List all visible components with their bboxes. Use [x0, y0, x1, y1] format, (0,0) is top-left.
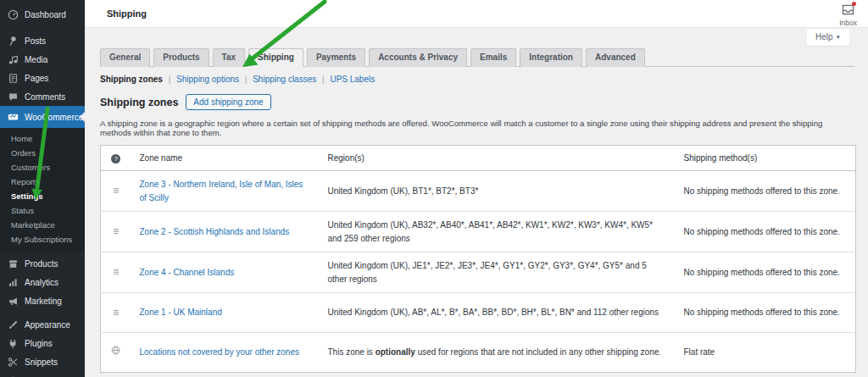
help-dropdown[interactable]: Help▼: [807, 29, 849, 46]
pages-icon: [8, 73, 19, 84]
tab-general[interactable]: General: [100, 48, 150, 67]
submenu-item-customers[interactable]: Customers: [0, 160, 85, 175]
pin-icon: [8, 36, 19, 47]
inbox-button[interactable]: Inbox: [839, 3, 857, 27]
topbar: Shipping Inbox: [85, 0, 868, 28]
drag-handle-icon[interactable]: ≡: [113, 185, 119, 197]
drag-handle-icon[interactable]: ≡: [113, 225, 119, 237]
drag-handle-icon[interactable]: ≡: [113, 266, 119, 278]
chevron-down-icon: ▼: [836, 34, 841, 40]
sidebar-item-posts[interactable]: Posts: [0, 31, 85, 50]
tab-shipping[interactable]: Shipping: [248, 48, 303, 67]
subnav-ups-labels[interactable]: UPS Labels: [330, 75, 375, 84]
sidebar-item-users[interactable]: Users: [0, 371, 85, 377]
table-row: ≡ Zone 2 - Scottish Highlands and Island…: [101, 212, 856, 252]
sidebar-item-plugins[interactable]: Plugins: [0, 334, 85, 352]
column-header-regions: Region(s): [320, 146, 676, 171]
tab-tax[interactable]: Tax: [213, 48, 246, 67]
submenu-item-marketplace[interactable]: Marketplace: [0, 218, 85, 232]
drag-handle-icon[interactable]: ≡: [113, 307, 119, 319]
shipping-zones-description: A shipping zone is a geographic region w…: [100, 119, 854, 137]
submenu-item-settings[interactable]: Settings: [0, 189, 85, 203]
tab-integration[interactable]: Integration: [520, 48, 582, 67]
zone-link-zone-4[interactable]: Zone 4 - Channel Islands: [140, 268, 235, 277]
sidebar-item-label: Analytics: [25, 278, 58, 287]
comments-icon: [8, 91, 19, 103]
tab-advanced[interactable]: Advanced: [586, 48, 645, 67]
subnav-separator: |: [322, 75, 325, 84]
sidebar-item-products[interactable]: Products: [0, 254, 85, 273]
sidebar-item-label: Dashboard: [25, 10, 66, 19]
help-tip-icon[interactable]: ?: [111, 154, 120, 164]
zone-regions: United Kingdom (UK), JE1*, JE2*, JE3*, J…: [320, 252, 676, 293]
shipping-zones-heading: Shipping zones: [100, 97, 178, 108]
help-label: Help: [815, 32, 833, 42]
zone-link-zone-3[interactable]: Zone 3 - Northern Ireland, Isle of Man, …: [140, 180, 303, 202]
sidebar-item-label: Snippets: [25, 358, 58, 367]
zone-methods: No shipping methods offered to this zone…: [676, 171, 856, 212]
zone-link-zone-1[interactable]: Zone 1 - UK Mainland: [140, 308, 222, 317]
inbox-label: Inbox: [839, 19, 857, 27]
sidebar-item-label: Pages: [25, 74, 48, 83]
sidebar-item-appearance[interactable]: Appearance: [0, 315, 85, 334]
wp-admin-sidebar: Dashboard Posts Media Pages Comments Woo…: [0, 0, 85, 377]
globe-icon: [111, 347, 120, 357]
sidebar-item-snippets[interactable]: Snippets: [0, 352, 85, 371]
submenu-item-my-subscriptions[interactable]: My Subscriptions: [0, 232, 85, 247]
add-shipping-zone-button[interactable]: Add shipping zone: [186, 94, 270, 110]
sidebar-item-label: Posts: [25, 36, 46, 46]
woocommerce-icon: [8, 112, 19, 123]
zone-link-zone-2[interactable]: Zone 2 - Scottish Highlands and Islands: [140, 227, 290, 236]
tab-products[interactable]: Products: [153, 48, 209, 67]
plug-icon: [8, 338, 19, 349]
sidebar-item-label: Appearance: [25, 320, 70, 330]
submenu-item-status[interactable]: Status: [0, 203, 85, 218]
analytics-icon: [8, 277, 19, 288]
sidebar-item-label: Products: [25, 259, 58, 269]
submenu-item-orders[interactable]: Orders: [0, 146, 85, 160]
sidebar-item-dashboard[interactable]: Dashboard: [0, 5, 85, 24]
sidebar-item-label: Plugins: [25, 339, 53, 348]
products-icon: [8, 258, 19, 269]
zone-link-rest-of-world[interactable]: Locations not covered by your other zone…: [140, 347, 299, 357]
sidebar-item-label: Comments: [25, 92, 65, 102]
zone-regions: This zone is optionally used for regions…: [320, 333, 676, 373]
woocommerce-shipping-settings-page: Dashboard Posts Media Pages Comments Woo…: [0, 0, 868, 377]
subnav-shipping-zones[interactable]: Shipping zones: [100, 75, 163, 84]
sidebar-item-analytics[interactable]: Analytics: [0, 273, 85, 291]
media-icon: [8, 54, 19, 65]
inbox-notification-dot: [852, 2, 856, 6]
settings-tabs: General Products Tax Shipping Payments A…: [100, 48, 854, 67]
table-row: ≡ Zone 4 - Channel Islands United Kingdo…: [101, 252, 856, 293]
shipping-zones-table: ? Zone name Region(s) Shipping method(s)…: [100, 145, 856, 373]
column-header-shipping-methods: Shipping method(s): [676, 146, 856, 171]
tab-accounts-privacy[interactable]: Accounts & Privacy: [369, 48, 467, 67]
inbox-icon: [842, 3, 854, 14]
main-area: Shipping Inbox Help▼ General Products Ta…: [85, 0, 868, 377]
woocommerce-submenu: Home Orders Customers Reports Settings S…: [0, 128, 85, 252]
table-row: ≡ Zone 3 - Northern Ireland, Isle of Man…: [101, 171, 856, 212]
shipping-subnav: Shipping zones | Shipping options | Ship…: [100, 75, 854, 84]
sidebar-item-pages[interactable]: Pages: [0, 69, 85, 87]
zone-methods: No shipping methods offered to this zone…: [676, 293, 856, 333]
sidebar-item-woocommerce[interactable]: WooCommerce: [0, 106, 85, 128]
dashboard-icon: [8, 9, 19, 20]
zone-methods: No shipping methods offered to this zone…: [676, 252, 856, 293]
marketing-icon: [8, 296, 19, 307]
tab-payments[interactable]: Payments: [307, 48, 365, 67]
table-header-row: ? Zone name Region(s) Shipping method(s): [101, 146, 856, 171]
tab-emails[interactable]: Emails: [470, 48, 516, 67]
submenu-item-reports[interactable]: Reports: [0, 175, 85, 189]
zone-methods: Flat rate: [676, 333, 856, 373]
sidebar-item-media[interactable]: Media: [0, 50, 85, 69]
zone-regions: United Kingdom (UK), BT1*, BT2*, BT3*: [320, 171, 676, 212]
table-row: Locations not covered by your other zone…: [101, 333, 856, 373]
submenu-item-home[interactable]: Home: [0, 131, 85, 146]
paintbrush-icon: [8, 319, 19, 330]
sidebar-item-marketing[interactable]: Marketing: [0, 291, 85, 310]
subnav-shipping-classes[interactable]: Shipping classes: [253, 75, 316, 84]
sidebar-item-comments[interactable]: Comments: [0, 87, 85, 106]
table-row: ≡ Zone 1 - UK Mainland United Kingdom (U…: [101, 293, 856, 333]
subnav-separator: |: [245, 75, 248, 84]
subnav-shipping-options[interactable]: Shipping options: [176, 75, 239, 84]
